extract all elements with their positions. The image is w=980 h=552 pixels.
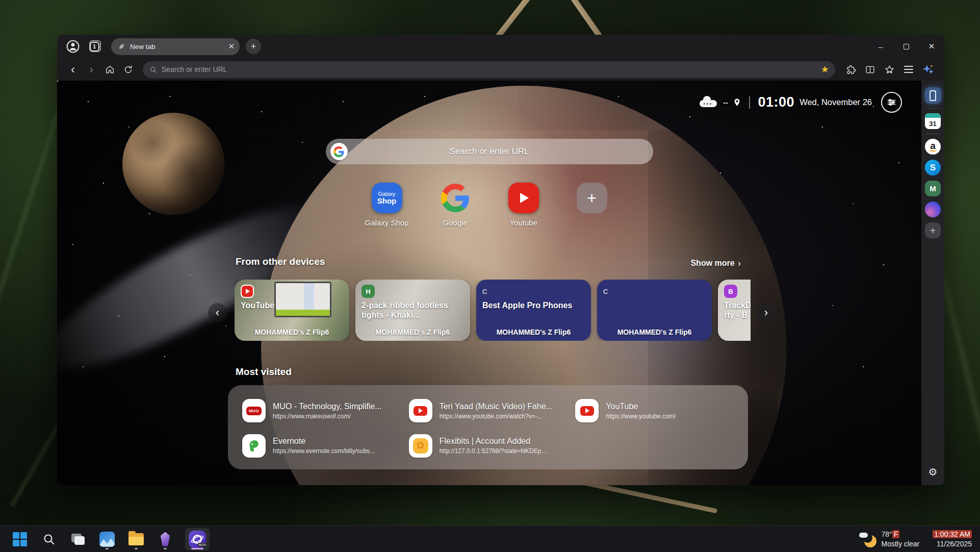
site-url: https://www.youtube.com/ [606, 413, 676, 420]
muo-icon: MUO [242, 399, 266, 422]
card-device-label: M [718, 328, 751, 336]
most-visited-item[interactable]: Evernote https://www.evernote.com/billy/… [242, 429, 409, 464]
most-visited-item[interactable]: YouTube https://www.youtube.com/ [575, 393, 742, 429]
tab-manager-button[interactable]: 1 [86, 38, 103, 55]
tab-new-tab[interactable]: New tab ✕ [111, 38, 240, 55]
location-pin-icon[interactable] [733, 98, 741, 107]
taskbar-samsung-internet[interactable]: BETA [185, 528, 210, 550]
device-card[interactable]: C Best Apple Pro Phones MOHAMMED's Z Fli… [476, 280, 591, 341]
favorites-button[interactable] [880, 61, 898, 78]
card-device-label: MOHAMMED's Z Flip6 [597, 328, 712, 336]
windows-logo-icon [13, 532, 27, 546]
taskbar-photos-app[interactable] [98, 528, 116, 550]
taskbar-file-explorer[interactable] [127, 528, 145, 550]
weather-value: -- [723, 98, 728, 107]
puzzle-icon [845, 64, 856, 75]
tab-count: 1 [90, 42, 99, 52]
quick-access-google[interactable]: Google [433, 183, 477, 227]
hm-badge-icon: H [362, 285, 375, 298]
url-bar[interactable]: Search or enter URL ★ [143, 61, 835, 78]
bookmark-star-icon[interactable]: ★ [821, 64, 829, 75]
home-button[interactable] [101, 61, 118, 78]
taskbar-weather-widget[interactable]: 78°F Mostly clear [859, 530, 919, 549]
quick-access-label: Google [443, 218, 467, 227]
sidebar-skype-button[interactable]: S [925, 160, 941, 175]
sidebar-calendar-button[interactable]: 31 [925, 113, 941, 129]
sidebar-m-app-button[interactable]: M [925, 181, 941, 196]
quick-access-row: Galaxy Shop Galaxy Shop [365, 183, 614, 227]
most-visited-item[interactable]: Teri Yaad (Music Video) Fahe... https://… [409, 393, 576, 429]
widget-settings-button[interactable] [881, 92, 902, 113]
close-button[interactable]: ✕ [919, 35, 944, 58]
card-title: Best Apple Pro Phones [482, 300, 585, 310]
youtube-icon [575, 399, 599, 422]
amazon-smile [929, 147, 937, 152]
sidebar-phone-button[interactable] [925, 87, 941, 104]
tab-title: New tab [130, 43, 223, 51]
taskbar-search-button[interactable] [40, 528, 58, 550]
show-more-link[interactable]: Show more › [690, 258, 741, 269]
youtube-badge-icon [241, 285, 254, 298]
flexibits-icon: Ω [409, 434, 432, 458]
taskbar-clock[interactable]: 1:00:32 AM 11/26/2025 [933, 530, 972, 549]
menu-button[interactable] [899, 61, 918, 78]
start-button[interactable] [11, 528, 29, 550]
site-badge: C [482, 285, 496, 298]
active-indicator [191, 548, 203, 549]
carousel-prev-button[interactable]: ‹ [208, 303, 227, 322]
taskbar-apps: BETA [0, 528, 210, 550]
forward-button[interactable]: › [83, 61, 100, 78]
card-device-label: MOHAMMED's Z Flip6 [355, 328, 470, 336]
calendar-icon: 31 [929, 120, 936, 127]
quick-access-add[interactable]: + [570, 183, 614, 213]
carousel-next-button[interactable]: › [757, 303, 776, 322]
sidebar-colorful-app-button[interactable] [925, 202, 941, 217]
moon-cloud-icon [859, 531, 876, 547]
tab-close-icon[interactable]: ✕ [228, 42, 235, 51]
sidebar-add-button[interactable]: + [925, 222, 941, 238]
weather-cloud-icon[interactable] [700, 97, 718, 108]
minimize-button[interactable]: – [868, 35, 893, 58]
taskbar-gem-app[interactable] [156, 528, 174, 550]
site-url: https://www.makeuseof.com/ [273, 413, 382, 420]
samsung-internet-icon: BETA [189, 531, 206, 548]
new-tab-button[interactable]: + [246, 39, 261, 54]
url-placeholder: Search or enter URL [162, 65, 821, 73]
device-card[interactable]: C MOHAMMED's Z Flip6 [597, 280, 712, 341]
page-settings-gear-icon[interactable]: ⚙ [929, 466, 938, 478]
profile-button[interactable] [64, 38, 82, 55]
split-view-button[interactable] [861, 61, 879, 78]
quick-access-youtube[interactable]: Youtube [502, 183, 546, 227]
browsing-assist-button[interactable] [919, 61, 937, 78]
reload-button[interactable] [119, 61, 137, 78]
site-title: Teri Yaad (Music Video) Fahe... [440, 402, 553, 411]
device-card[interactable]: B TrackD rty - B M [718, 280, 751, 341]
task-view-button[interactable] [69, 528, 87, 550]
weather-condition: Mostly clear [881, 539, 919, 549]
quick-access-galaxy-shop[interactable]: Galaxy Shop Galaxy Shop [365, 183, 409, 227]
device-card[interactable]: H 2-pack ribbed footless tights - Khaki.… [355, 280, 470, 341]
maximize-button[interactable] [893, 35, 919, 58]
divider [926, 134, 940, 134]
desktop: 1 New tab ✕ + – ✕ ‹ › [0, 0, 980, 552]
sidebar-amazon-button[interactable]: a [925, 139, 941, 155]
weather-temp-unit: F [892, 530, 900, 538]
site-title: Flexibits | Account Added [440, 437, 547, 446]
weather-temp: 78° [881, 530, 892, 538]
most-visited-item[interactable]: MUO MUO - Technology, Simplifie... https… [242, 393, 409, 429]
most-visited-item[interactable]: Ω Flexibits | Account Added http://127.0… [409, 429, 576, 464]
site-title: MUO - Technology, Simplifie... [273, 402, 382, 411]
status-widget: -- 01:00 Wed, November 26 [700, 92, 902, 113]
card-device-label: MOHAMMED's Z Flip6 [476, 328, 591, 336]
home-icon [105, 65, 115, 74]
back-button[interactable]: ‹ [64, 61, 82, 78]
search-bar[interactable]: Search or enter URL [326, 139, 653, 164]
ai-sparkle-icon [922, 63, 934, 76]
chevron-right-icon: › [738, 258, 741, 269]
extensions-button[interactable] [841, 61, 860, 78]
taskbar-date: 11/26/2025 [933, 539, 972, 549]
devices-section-title: From other devices [236, 256, 325, 267]
device-card[interactable]: YouTube MOHAMMED's Z Flip6 [235, 280, 349, 341]
new-tab-leaf-icon [118, 43, 125, 51]
edge-panel-sidebar: 31 a S M + ⚙ [921, 81, 944, 485]
